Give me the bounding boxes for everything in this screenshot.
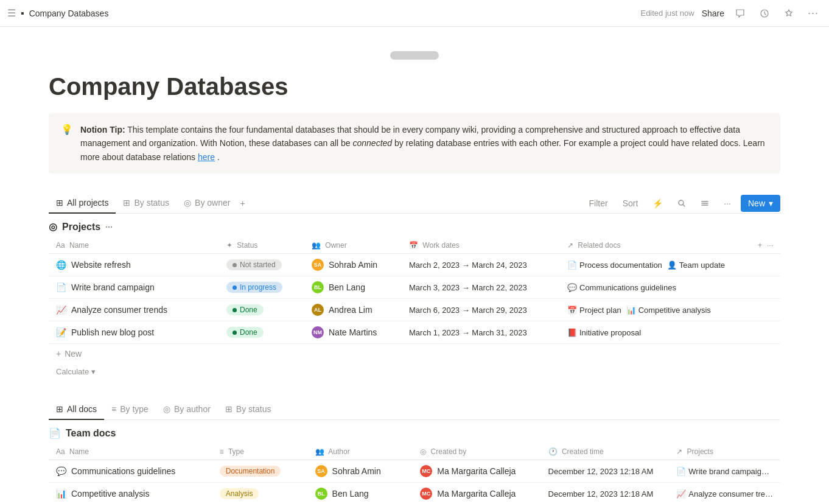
layout-button[interactable] [696, 197, 714, 210]
th-dates: 📅 Work dates [402, 237, 560, 254]
table-row[interactable]: 📝 Publish new blog post Done NM Nate Mar… [49, 321, 780, 344]
bolt-button[interactable]: ⚡ [648, 196, 668, 211]
row-owner-cell: SA Sohrab Amin [304, 254, 402, 276]
doc-type-cell: Analysis [212, 483, 308, 504]
tab-grid-icon: ⊞ [56, 404, 63, 414]
related-doc-label: Team update [679, 261, 725, 270]
th-owner-icon: 👥 [312, 241, 321, 250]
row-related-cell: 📅 Project plan 📊 Competitive analysis [560, 299, 780, 321]
th-doc-projects-icon: ↗ [676, 447, 682, 456]
star-icon[interactable] [780, 5, 797, 22]
row-icon: 📝 [56, 327, 66, 337]
search-button[interactable] [673, 197, 691, 210]
tab-by-author[interactable]: ◎ By author [156, 399, 218, 420]
row-icon: 🌐 [56, 260, 66, 270]
th-owner-label: Owner [325, 241, 346, 250]
sort-label: Sort [623, 198, 638, 208]
row-dates-cell: March 1, 2023 → March 31, 2023 [402, 321, 560, 344]
group-target-icon: ◎ [49, 221, 57, 233]
th-doc-created-time-icon: 🕐 [548, 447, 558, 456]
author-name: Sohrab Amin [332, 466, 381, 476]
tab-circle-icon: ◎ [184, 198, 191, 208]
th-name: Aa Name [49, 237, 219, 254]
more-options-icon[interactable]: ··· [805, 5, 822, 22]
th-name-icon: Aa [56, 241, 65, 250]
sort-button[interactable]: Sort [618, 196, 643, 211]
type-badge: Analysis [220, 488, 259, 499]
tip-box: 💡 Notion Tip: This template contains the… [49, 113, 780, 173]
top-decoration [390, 51, 439, 60]
table-row[interactable]: 📄 Write brand campaign In progress BL Be… [49, 276, 780, 299]
tip-end: . [217, 152, 220, 162]
avatar: NM [312, 326, 324, 338]
topbar: ☰ ▪ Company Databases Edited just now Sh… [0, 0, 829, 27]
th-add-col-icon[interactable]: + [758, 241, 762, 250]
row-status-cell: Done [219, 321, 304, 344]
status-label: Done [240, 328, 257, 337]
created-by-name: Ma Margarita Calleja [437, 489, 516, 499]
calculate-button[interactable]: Calculate ▾ [49, 363, 780, 380]
row-name: Analyze consumer trends [71, 305, 167, 315]
topbar-right: Edited just now Share ··· [640, 5, 822, 22]
table-row[interactable]: 📈 Analyze consumer trends Done AL Andrea… [49, 299, 780, 321]
doc-projects-cell: 📈 Analyze consumer tre… [669, 483, 780, 504]
row-name-cell: 🌐 Website refresh [49, 254, 219, 276]
th-owner: 👥 Owner [304, 237, 402, 254]
doc-icon: 💬 [56, 466, 66, 476]
tab-by-type[interactable]: ≡ By type [104, 399, 156, 420]
tab-label: By type [120, 404, 149, 414]
status-label: Not started [240, 261, 276, 269]
th-doc-author: 👥 Author [308, 444, 413, 460]
table-row[interactable]: 🌐 Website refresh Not started SA Sohrab … [49, 254, 780, 276]
tab-all-docs[interactable]: ⊞ All docs [49, 399, 104, 420]
tab-all-projects[interactable]: ⊞ All projects [49, 193, 116, 214]
docs-db-tabs: ⊞ All docs ≡ By type ◎ By author ⊞ By st… [49, 399, 780, 420]
related-doc-icon: 📄 [567, 261, 577, 270]
tip-link[interactable]: here [198, 152, 215, 162]
more-button[interactable]: ··· [719, 196, 736, 211]
filter-button[interactable]: Filter [584, 196, 613, 211]
comment-icon[interactable] [732, 5, 749, 22]
edited-status: Edited just now [640, 9, 694, 18]
doc-created-time-cell: December 12, 2023 12:18 AM [541, 460, 670, 483]
add-row-button[interactable]: + New [49, 344, 780, 363]
tab-grid-icon: ⊞ [123, 198, 130, 208]
history-icon[interactable] [756, 5, 773, 22]
table-row[interactable]: 💬 Communications guidelines Documentatio… [49, 460, 780, 483]
status-dot [233, 285, 237, 290]
share-button[interactable]: Share [702, 9, 724, 18]
add-tab-button[interactable]: + [237, 194, 247, 213]
th-doc-author-label: Author [328, 447, 349, 456]
tab-by-status-docs[interactable]: ⊞ By status [218, 399, 279, 420]
project-link-icon: 📄 [676, 467, 686, 476]
menu-icon[interactable]: ☰ [7, 7, 16, 19]
status-badge: In progress [226, 282, 282, 293]
tab-list-icon: ≡ [111, 404, 116, 414]
owner-name: Nate Martins [329, 327, 377, 337]
status-badge: Done [226, 327, 264, 338]
filter-label: Filter [589, 198, 608, 208]
group-more-icon[interactable]: ··· [105, 222, 113, 232]
tab-grid-icon: ⊞ [225, 404, 233, 414]
th-doc-name: Aa Name [49, 444, 212, 460]
tip-bold: Notion Tip: [80, 125, 125, 135]
docs-group-title: Team docs [66, 428, 116, 439]
th-dates-label: Work dates [422, 241, 459, 250]
th-more-col-icon[interactable]: ··· [767, 241, 773, 250]
status-dot [233, 308, 237, 312]
topbar-title: Company Databases [29, 9, 109, 18]
tab-by-status[interactable]: ⊞ By status [116, 193, 177, 214]
row-owner-cell: NM Nate Martins [304, 321, 402, 344]
th-status: ✦ Status [219, 237, 304, 254]
tab-label: By status [134, 198, 169, 208]
docs-group-icon: 📄 [49, 427, 61, 439]
th-doc-projects: ↗ Projects [669, 444, 780, 460]
related-doc-icon: 👤 [667, 261, 677, 270]
avatar: AL [312, 304, 324, 316]
tab-by-owner[interactable]: ◎ By owner [177, 193, 237, 214]
add-row-plus-icon: + [56, 349, 61, 359]
table-row[interactable]: 📊 Competitive analysis Analysis BL Ben L… [49, 483, 780, 504]
status-dot [233, 263, 237, 267]
row-name-cell: 📄 Write brand campaign [49, 276, 219, 299]
new-button[interactable]: New ▾ [741, 195, 780, 212]
